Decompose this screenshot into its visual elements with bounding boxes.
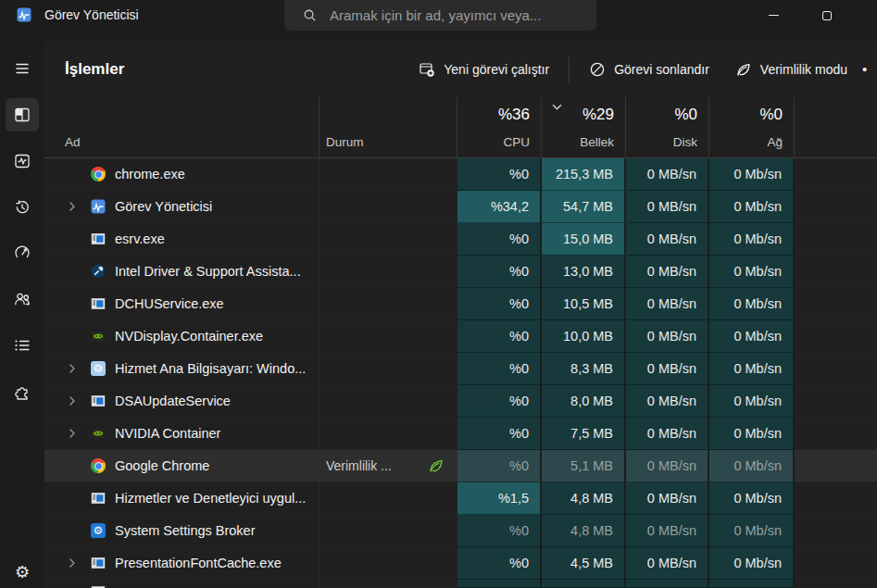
sidebar-item-users[interactable] [6, 282, 39, 316]
process-status: Verimlilik ... [326, 458, 392, 473]
column-label-cpu: CPU [503, 135, 530, 149]
minimize-icon [769, 15, 779, 16]
minimize-button[interactable] [752, 0, 795, 31]
process-cpu-value: %0 [457, 515, 542, 547]
app-window-icon [91, 296, 106, 311]
expand-chevron-icon[interactable] [69, 395, 91, 407]
run-new-task-label: Yeni görevi çalıştır [444, 62, 549, 77]
row-filler [795, 418, 877, 450]
row-filler [795, 158, 877, 191]
process-memory-value: 4,5 MB [542, 547, 626, 580]
app-window-icon [91, 491, 106, 506]
sidebar: ⚙ [0, 31, 44, 588]
process-row[interactable]: Google ChromeVerimlilik ...%05,1 MB0 MB/… [44, 450, 877, 482]
expand-chevron-icon[interactable] [69, 363, 91, 374]
settings-gear-icon: ⚙ [15, 564, 30, 581]
memory-total: %29 [583, 106, 614, 124]
process-cpu-value: %0 [457, 256, 542, 288]
process-name-cell: chrome.exe [44, 158, 319, 191]
process-row[interactable]: DCHUService.exe%010,5 MB0 MB/sn0 Mb/sn [44, 288, 877, 320]
hamburger-icon [13, 59, 31, 78]
process-disk-value: 0 MB/sn [626, 418, 709, 450]
menu-button[interactable] [6, 52, 39, 85]
search-input[interactable] [330, 7, 587, 23]
maximize-button[interactable] [806, 0, 848, 31]
toolbar-separator [569, 56, 570, 82]
new-task-icon [419, 61, 435, 78]
row-filler [795, 482, 877, 515]
details-list-icon [13, 336, 31, 355]
column-header-status[interactable]: Durum [319, 97, 457, 157]
end-task-button[interactable]: Görevi sonlandır [578, 55, 720, 84]
process-row[interactable]: NVDisplay.Container.exe%010,0 MB0 MB/sn0… [44, 320, 877, 353]
process-row[interactable]: NVIDIA Container%07,5 MB0 MB/sn0 Mb/sn [44, 418, 877, 450]
process-network-value: 0 Mb/sn [709, 288, 795, 320]
search-box[interactable] [284, 0, 596, 31]
process-cpu-value: %0 [457, 320, 542, 353]
row-filler [795, 256, 877, 288]
more-options-button[interactable]: • [862, 61, 877, 77]
efficiency-mode-button[interactable]: Verimlilik modu [724, 55, 858, 84]
column-header-cpu[interactable]: %36 CPU [457, 97, 542, 157]
sidebar-item-performance[interactable] [6, 144, 39, 178]
run-new-task-button[interactable]: Yeni görevi çalıştır [407, 55, 560, 84]
app-window-icon [91, 394, 106, 408]
efficiency-leaf-icon [428, 457, 445, 474]
sidebar-item-details[interactable] [6, 329, 39, 362]
column-header-disk[interactable]: %0 Disk [626, 97, 709, 157]
process-row[interactable]: ⚙Hizmet Ana Bilgisayarı: Windo...%08,3 M… [44, 353, 877, 385]
process-network-value: 0 Mb/sn [709, 450, 795, 482]
process-name: Intel Driver & Support Assista... [115, 264, 301, 279]
process-name: Hizmetler ve Denetleyici uygul... [115, 491, 306, 506]
column-label-name: Ad [65, 135, 81, 149]
expand-chevron-icon[interactable] [69, 428, 91, 439]
process-rows: chrome.exe%0215,3 MB0 MB/sn0 Mb/snGörev … [44, 158, 877, 588]
process-name-cell: Hizmetler ve Denetleyici uygul... [44, 482, 319, 515]
process-row[interactable]: ⚙System Settings Broker%04,8 MB0 MB/sn0 … [44, 515, 877, 547]
process-disk-value [626, 580, 709, 588]
process-row[interactable]: Görev Yöneticisi%34,254,7 MB0 MB/sn0 Mb/… [44, 191, 877, 223]
process-row[interactable]: chrome.exe%0215,3 MB0 MB/sn0 Mb/sn [44, 158, 877, 191]
process-memory-value: 215,3 MB [542, 158, 626, 191]
process-name: Hizmet Ana Bilgisayarı: Windo... [115, 361, 306, 376]
process-cpu-value: %0 [457, 418, 542, 450]
sidebar-item-app-history[interactable] [6, 191, 39, 224]
process-memory-value: 54,7 MB [542, 191, 626, 223]
expand-chevron-icon[interactable] [69, 201, 91, 212]
process-network-value [709, 580, 795, 588]
process-name: Google Chrome [115, 458, 209, 473]
process-row[interactable]: PresentationFontCache.exe%04,5 MB0 MB/sn… [44, 547, 877, 580]
page-title: İşlemler [65, 60, 124, 79]
column-header-name[interactable]: Ad [44, 97, 319, 157]
row-filler [795, 385, 877, 418]
performance-icon [13, 152, 31, 170]
row-filler [795, 515, 877, 547]
process-name-cell: PresentationFontCache.exe [44, 547, 319, 580]
process-row[interactable]: esrv.exe%015,0 MB0 MB/sn0 Mb/sn [44, 223, 877, 256]
process-row[interactable]: Hizmetler ve Denetleyici uygul...%1,54,8… [44, 482, 877, 515]
process-status-cell [319, 320, 457, 353]
process-cpu-value: %0 [457, 385, 542, 418]
process-row[interactable] [44, 580, 877, 588]
process-network-value: 0 Mb/sn [709, 223, 795, 256]
column-header-memory[interactable]: %29 Bellek [542, 97, 626, 157]
process-network-value: 0 Mb/sn [709, 418, 795, 450]
process-disk-value: 0 MB/sn [626, 547, 709, 580]
process-disk-value: 0 MB/sn [626, 385, 709, 418]
process-disk-value: 0 MB/sn [626, 256, 709, 288]
process-name: DCHUService.exe [115, 296, 224, 311]
process-name: esrv.exe [115, 231, 165, 246]
column-label-memory: Bellek [580, 135, 614, 149]
toolbar: İşlemler Yeni görevi çalıştır Görevi son… [44, 41, 877, 97]
expand-chevron-icon[interactable] [69, 557, 91, 569]
disk-total: %0 [674, 106, 697, 124]
column-header-network[interactable]: %0 Ağ [709, 97, 795, 157]
process-cpu-value: %0 [457, 158, 542, 191]
sidebar-item-services[interactable] [6, 376, 39, 409]
process-memory-value: 7,5 MB [542, 418, 626, 450]
sidebar-item-processes[interactable] [6, 98, 39, 131]
process-row[interactable]: Intel Driver & Support Assista...%013,0 … [44, 256, 877, 288]
process-row[interactable]: DSAUpdateService%08,0 MB0 MB/sn0 Mb/sn [44, 385, 877, 418]
sidebar-item-settings[interactable]: ⚙ [6, 556, 39, 588]
sidebar-item-startup-apps[interactable] [6, 236, 39, 269]
